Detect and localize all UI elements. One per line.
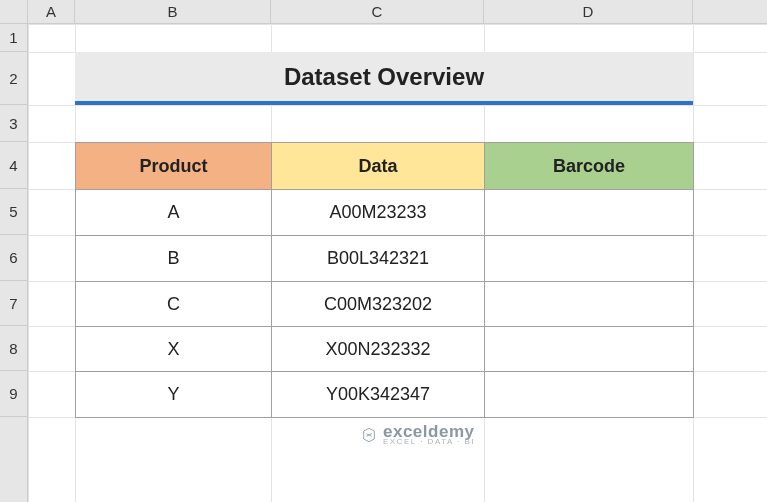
row-header-5[interactable]: 5 bbox=[0, 189, 27, 235]
exceldemy-logo-icon bbox=[361, 427, 377, 443]
gridline bbox=[28, 24, 767, 25]
row-headers: 123456789 bbox=[0, 24, 28, 502]
col-header-B[interactable]: B bbox=[75, 0, 271, 23]
cell-barcode[interactable] bbox=[485, 282, 694, 327]
table-row: AA00M23233 bbox=[76, 190, 694, 236]
cells-area[interactable]: Dataset Overview Product Data Barcode AA… bbox=[28, 24, 767, 502]
title-text: Dataset Overview bbox=[284, 63, 484, 91]
col-header-barcode[interactable]: Barcode bbox=[485, 143, 694, 190]
cell-product[interactable]: X bbox=[76, 327, 272, 372]
col-header-D[interactable]: D bbox=[484, 0, 693, 23]
cell-barcode[interactable] bbox=[485, 327, 694, 372]
col-header-C[interactable]: C bbox=[271, 0, 484, 23]
cell-barcode[interactable] bbox=[485, 236, 694, 282]
select-all-corner[interactable] bbox=[0, 0, 28, 24]
spreadsheet: ABCD 123456789 Dataset Overview Product … bbox=[0, 0, 767, 502]
cell-data[interactable]: A00M23233 bbox=[272, 190, 485, 236]
cell-data[interactable]: B00L342321 bbox=[272, 236, 485, 282]
table-row: XX00N232332 bbox=[76, 327, 694, 372]
table-row: BB00L342321 bbox=[76, 236, 694, 282]
cell-barcode[interactable] bbox=[485, 190, 694, 236]
row-header-9[interactable]: 9 bbox=[0, 371, 27, 417]
column-headers: ABCD bbox=[28, 0, 767, 24]
watermark: exceldemy EXCEL · DATA · BI bbox=[361, 423, 475, 446]
cell-data[interactable]: C00M323202 bbox=[272, 282, 485, 327]
col-header-data[interactable]: Data bbox=[272, 143, 485, 190]
row-header-6[interactable]: 6 bbox=[0, 235, 27, 281]
col-header-product[interactable]: Product bbox=[76, 143, 272, 190]
cell-product[interactable]: A bbox=[76, 190, 272, 236]
cell-data[interactable]: Y00K342347 bbox=[272, 372, 485, 418]
row-header-7[interactable]: 7 bbox=[0, 281, 27, 326]
cell-data[interactable]: X00N232332 bbox=[272, 327, 485, 372]
row-header-1[interactable]: 1 bbox=[0, 24, 27, 52]
cell-product[interactable]: B bbox=[76, 236, 272, 282]
table-body: AA00M23233BB00L342321CC00M323202XX00N232… bbox=[76, 190, 694, 418]
title-banner: Dataset Overview bbox=[75, 52, 693, 105]
row-header-2[interactable]: 2 bbox=[0, 52, 27, 105]
cell-product[interactable]: C bbox=[76, 282, 272, 327]
row-header-3[interactable]: 3 bbox=[0, 105, 27, 142]
data-table: Product Data Barcode AA00M23233BB00L3423… bbox=[75, 142, 694, 418]
row-header-4[interactable]: 4 bbox=[0, 142, 27, 189]
gridline bbox=[28, 105, 767, 106]
gridline bbox=[28, 24, 29, 502]
row-header-8[interactable]: 8 bbox=[0, 326, 27, 371]
table-header-row: Product Data Barcode bbox=[76, 143, 694, 190]
cell-barcode[interactable] bbox=[485, 372, 694, 418]
cell-product[interactable]: Y bbox=[76, 372, 272, 418]
col-header-A[interactable]: A bbox=[28, 0, 75, 23]
table-row: CC00M323202 bbox=[76, 282, 694, 327]
watermark-sub: EXCEL · DATA · BI bbox=[383, 438, 475, 446]
table-row: YY00K342347 bbox=[76, 372, 694, 418]
